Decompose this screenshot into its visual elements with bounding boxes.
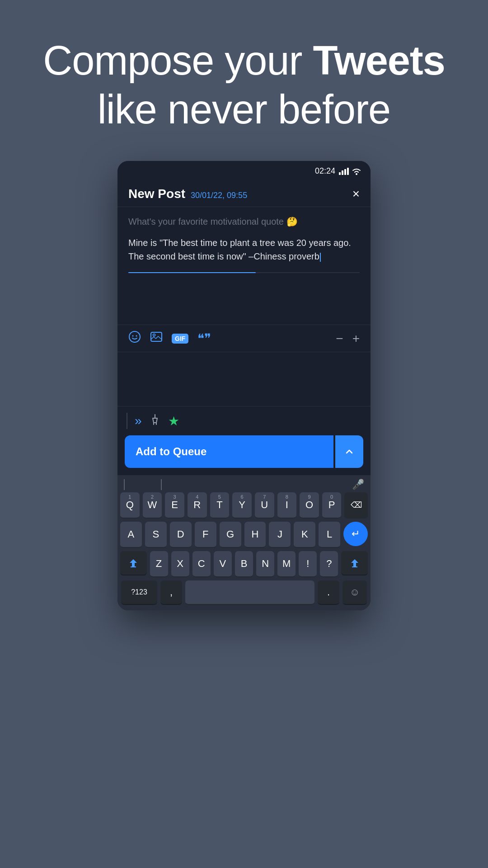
key-u[interactable]: 7U [255,492,274,519]
key-backspace[interactable]: ⌫ [344,492,368,519]
empty-compose-area [117,352,371,406]
close-button[interactable]: × [352,188,360,200]
tweet-question: What's your favorite motivational quote … [128,216,360,227]
key-s[interactable]: S [145,522,167,548]
image-toolbar-icon[interactable] [150,330,163,346]
svg-point-5 [129,331,140,342]
keyboard-bottom-row: ?123 , . ☺ [120,580,368,605]
character-progress-bar [128,272,360,273]
key-a[interactable]: A [120,522,142,548]
tweet-body: Mine is "The best time to plant a tree w… [128,236,360,263]
svg-point-6 [132,335,134,337]
action-bar: » ★ [117,406,371,435]
status-icons [339,168,361,175]
post-title-area: New Post 30/01/22, 09:55 [128,187,247,201]
key-t[interactable]: 5T [210,492,230,519]
key-h[interactable]: H [244,522,266,548]
add-to-queue-button[interactable]: Add to Queue [125,435,333,468]
svg-rect-1 [342,170,343,175]
star-icon[interactable]: ★ [168,414,179,429]
hero-section: Compose your Tweets like never before [43,36,445,134]
svg-point-7 [136,335,137,337]
keyboard: 🎤 1Q 2W 3E 4R 5T 6Y 7U 8I 9O 0P ⌫ A S D … [117,475,371,610]
key-e[interactable]: 3E [165,492,184,519]
post-header: New Post 30/01/22, 09:55 × [117,179,371,207]
key-f[interactable]: F [195,522,216,548]
key-w[interactable]: 2W [143,492,162,519]
key-shift-right[interactable] [341,551,368,576]
queue-options-button[interactable] [335,435,363,468]
key-question[interactable]: ? [320,551,338,577]
key-m[interactable]: M [277,551,296,577]
key-p[interactable]: 0P [322,492,342,519]
key-v[interactable]: V [214,551,232,577]
key-r[interactable]: 4R [188,492,207,519]
status-bar: 02:24 [117,161,371,179]
mic-button[interactable]: 🎤 [352,479,364,491]
svg-point-9 [153,334,155,336]
key-enter[interactable]: ↵ [343,522,368,546]
keyboard-row-3: Z X C V B N M ! ? [120,551,368,577]
text-cursor [320,253,321,262]
action-divider [127,413,127,429]
signal-icon [339,168,349,175]
keyboard-cursor-1 [124,479,125,490]
key-z[interactable]: Z [150,551,168,577]
key-space[interactable] [185,580,314,605]
status-time: 02:24 [315,166,335,176]
keyboard-cursor-2 [161,479,162,490]
forward-icon[interactable]: » [135,414,142,428]
emoji-toolbar-icon[interactable] [128,330,141,346]
key-c[interactable]: C [192,551,211,577]
tweet-content-area[interactable]: What's your favorite motivational quote … [117,207,371,325]
key-y[interactable]: 6Y [232,492,252,519]
svg-rect-3 [347,168,349,175]
key-q[interactable]: 1Q [120,492,140,519]
svg-rect-0 [339,172,341,175]
key-i[interactable]: 8I [277,492,297,519]
phone-mockup: 02:24 New Post 30/01/22, 09:55 × What's [117,161,371,610]
quote-toolbar-icon[interactable]: ❝❞ [197,331,211,346]
compose-toolbar: GIF ❝❞ − + [117,325,371,352]
wifi-icon [352,168,361,175]
post-date: 30/01/22, 09:55 [191,191,247,200]
svg-point-4 [356,173,357,175]
key-d[interactable]: D [170,522,192,548]
key-o[interactable]: 9O [300,492,319,519]
key-n[interactable]: N [256,551,274,577]
plugin-icon[interactable] [149,414,161,429]
progress-fill [128,272,256,273]
key-shift-left[interactable] [120,551,147,576]
queue-button-container: Add to Queue [117,435,371,475]
post-title: New Post [128,187,185,201]
key-emoji[interactable]: ☺ [343,580,367,605]
svg-rect-2 [344,169,346,175]
gif-toolbar-button[interactable]: GIF [172,334,188,344]
keyboard-row-2: A S D F G H J K L ↵ [120,522,368,548]
key-k[interactable]: K [294,522,315,548]
key-g[interactable]: G [220,522,241,548]
key-exclaim[interactable]: ! [299,551,317,577]
key-j[interactable]: J [269,522,291,548]
decrease-button[interactable]: − [336,331,343,346]
key-numbers-toggle[interactable]: ?123 [121,580,157,605]
key-period[interactable]: . [318,580,339,605]
hero-bold: Tweets [313,38,445,83]
increase-button[interactable]: + [352,331,360,346]
key-x[interactable]: X [171,551,189,577]
key-b[interactable]: B [235,551,253,577]
svg-rect-8 [151,332,162,341]
hero-line2: like never before [43,85,445,134]
key-comma[interactable]: , [160,580,182,605]
keyboard-row-1: 1Q 2W 3E 4R 5T 6Y 7U 8I 9O 0P ⌫ [120,492,368,519]
key-l[interactable]: L [319,522,340,548]
hero-line1: Compose your [43,38,313,83]
